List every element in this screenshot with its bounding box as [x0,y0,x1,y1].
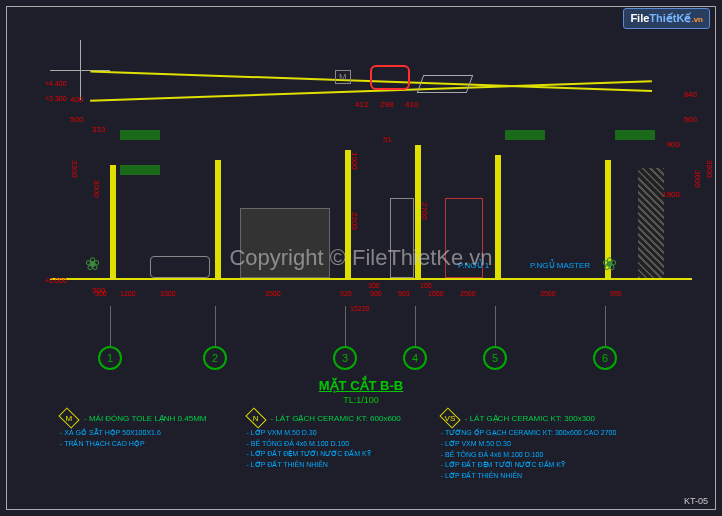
dim-l2: 500 [70,115,83,124]
dim-d11: 995 [610,290,622,297]
legend-col-v: VS - LÁT GẠCH CERAMIC KT: 300x300 - TƯỜN… [441,412,617,480]
legend-item: - BÊ TÔNG ĐÁ 4x6 M.100 D.100 [247,440,401,447]
watermark-logo: FileThiếtKế.vn [623,8,710,29]
sheet-number: KT-05 [684,496,708,506]
marker-box [120,165,160,175]
wall-2 [215,160,221,280]
sofa-icon [150,256,210,278]
axis-line [110,306,111,346]
marker-m: M [335,70,351,84]
logo-vn: .vn [691,15,703,24]
axis-num: 2 [212,352,218,364]
dim-row-segments: 300 1200 3300 3500 920 900 903 1000 2500… [50,290,692,302]
plant-icon-left: ❀ [85,253,115,278]
dim-2700: 2700 [420,202,429,220]
axis-line [345,306,346,346]
room-label-1: P.NGỦ 1 [458,261,489,270]
legend-item: - LỚP ĐẤT THIÊN NHIÊN [441,472,617,480]
drawing-scale: TL:1/100 [319,395,403,405]
hatched-wall [638,168,664,278]
elev-0: +0.000 [45,277,67,284]
axis-line [215,306,216,346]
axis-num: 5 [492,352,498,364]
axis-line [605,306,606,346]
drawing-title: MẶT CẮT B-B [319,378,403,393]
dim-51: 51 [383,135,392,144]
dim-2200: 2200 [350,212,359,230]
section-drawing: ❀ ❀ P.NGỦ 1 P.NGỦ MASTER +4.400 +3.300 +… [50,60,692,320]
axis-bubble-6: 6 [593,346,617,370]
legend: M - MÁI ĐÓNG TOLE LẠNH 0.45MM - XÁ GỒ SẮ… [60,412,702,480]
axis-num: 4 [412,352,418,364]
legend-header: VS - LÁT GẠCH CERAMIC KT: 300x300 [441,412,617,424]
legend-v-title: - LÁT GẠCH CERAMIC KT: 300x300 [465,414,595,423]
axis-num: 3 [342,352,348,364]
door-1 [390,198,414,278]
dim-d5: 920 [340,290,352,297]
axis-row: 1 2 3 4 5 6 [50,330,692,370]
legend-item: - BÊ TÔNG ĐÁ 4x6 M.100 D.100 [441,451,617,458]
plant-icon-right: ❀ [602,253,632,278]
elev-4400: +4.400 [45,80,67,87]
dim-upper-1: 412 [355,100,368,109]
dim-d7: 903 [398,290,410,297]
dim-d8: 1000 [428,290,444,297]
solar-panel-icon [417,75,474,93]
dim-d3: 3300 [160,290,176,297]
marker-box [615,130,655,140]
legend-header: M - MÁI ĐÓNG TOLE LẠNH 0.45MM [60,412,207,424]
dim-r1: 840 [684,90,697,99]
dim-total: 15220 [350,305,369,312]
dim-r2: 500 [684,115,697,124]
logo-file: File [630,12,649,24]
legend-item: - LỚP ĐẤT ĐỆM TƯỚI NƯỚC ĐẦM KỸ [247,450,401,458]
stair-block [240,208,330,278]
axis-bubble-3: 3 [333,346,357,370]
axis-num: 1 [107,352,113,364]
axis-line [495,306,496,346]
dim-d4: 3500 [265,290,281,297]
dim-d2: 1200 [120,290,136,297]
title-block: MẶT CẮT B-B TL:1/100 [319,378,403,405]
legend-item: - LỚP VXM M.50 D.30 [441,440,617,448]
dim-d1: 300 [95,290,107,297]
dim-r6: 3900 [705,160,714,178]
dim-upper-3: 410 [405,100,418,109]
dim-mid-300: 300 [368,282,380,289]
legend-item: - TRẦN THẠCH CAO HỘP [60,440,207,448]
marker-box [120,130,160,140]
ground-line [50,278,692,280]
symbol-v: VS [444,413,455,422]
axis-bubble-2: 2 [203,346,227,370]
cad-canvas[interactable]: FileThiếtKế.vn ❀ ❀ P.NGỦ 1 P.NGỦ MASTER … [0,0,722,516]
symbol-n: N [253,414,259,423]
legend-header: N - LÁT GẠCH CERAMIC KT: 600x600 [247,412,401,424]
dim-row-total: 15220 [50,305,692,317]
symbol-m: M [66,413,73,422]
axis-bubble-5: 5 [483,346,507,370]
elev-3300: +3.300 [45,95,67,102]
legend-n-title: - LÁT GẠCH CERAMIC KT: 600x600 [271,414,401,423]
marker-box [505,130,545,140]
legend-m-title: - MÁI ĐÓNG TOLE LẠNH 0.45MM [84,414,207,423]
dim-l5: 3000 [92,180,101,198]
legend-item: - TƯỜNG ỐP GẠCH CERAMIC KT: 300x600 CAO … [441,429,617,437]
dim-d10: 3500 [540,290,556,297]
legend-item: - LỚP ĐẤT THIÊN NHIÊN [247,461,401,469]
axis-line [415,306,416,346]
room-label-2: P.NGỦ MASTER [530,261,590,270]
axis-bubble-1: 1 [98,346,122,370]
legend-col-n: N - LÁT GẠCH CERAMIC KT: 600x600 - LỚP V… [247,412,401,480]
legend-col-m: M - MÁI ĐÓNG TOLE LẠNH 0.45MM - XÁ GỒ SẮ… [60,412,207,480]
dim-r5: 3600 [693,170,702,188]
dim-d12: 100 [420,282,432,289]
dim-d9: 2500 [460,290,476,297]
legend-item: - LỚP VXM M.50 D.30 [247,429,401,437]
axis-num: 6 [602,352,608,364]
legend-item: - LỚP ĐẤT ĐỆM TƯỚI NƯỚC ĐẦM KỸ [441,461,617,469]
dim-r3: 900 [667,140,680,149]
water-tank-icon [370,65,410,90]
axis-bubble-4: 4 [403,346,427,370]
dim-d6: 900 [370,290,382,297]
dim-upper-2: 298 [380,100,393,109]
